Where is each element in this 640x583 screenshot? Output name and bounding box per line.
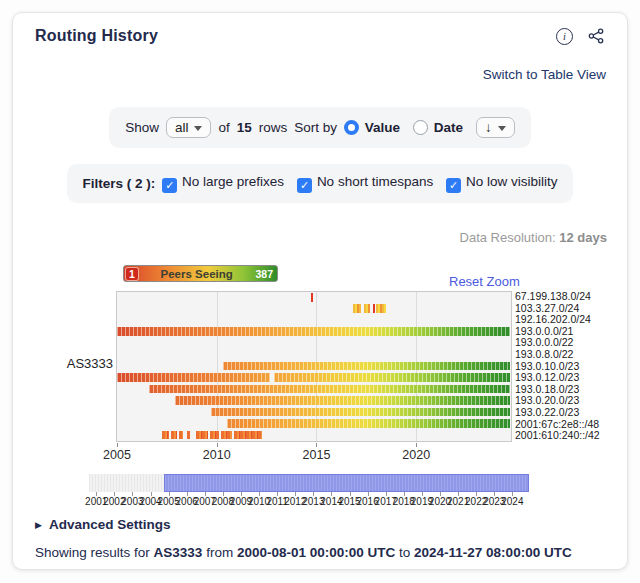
chart-row[interactable]	[117, 384, 511, 395]
filters-label: Filters ( 2 ):	[83, 176, 156, 191]
filter-no-short-timespans[interactable]: ✓ No short timespans	[297, 174, 433, 193]
checkbox-checked-icon: ✓	[446, 178, 461, 193]
advanced-settings-toggle[interactable]: ▶ Advanced Settings	[35, 517, 627, 532]
switch-to-table-view-link[interactable]: Switch to Table View	[483, 67, 606, 82]
x-axis: 2005201020152020	[116, 442, 512, 466]
filter-no-low-visibility[interactable]: ✓ No low visibility	[446, 174, 557, 193]
routing-segment[interactable]	[179, 431, 183, 440]
routing-segment[interactable]	[149, 385, 510, 394]
show-rows-select[interactable]: all	[166, 117, 212, 138]
prefix-label: 67.199.138.0/24	[515, 291, 600, 303]
chart-row[interactable]	[117, 407, 511, 418]
routing-segment[interactable]	[187, 431, 190, 440]
sort-value-radio[interactable]: Value	[344, 120, 400, 135]
chart-row[interactable]	[117, 349, 511, 360]
routing-segment[interactable]	[227, 419, 511, 428]
routing-segment[interactable]	[221, 431, 232, 440]
plot-area[interactable]	[116, 291, 512, 442]
chart-row[interactable]	[117, 292, 511, 303]
routing-segment[interactable]	[210, 431, 219, 440]
prefix-label: 193.0.8.0/22	[515, 349, 600, 361]
legend-max-value: 387	[255, 268, 273, 280]
routing-segment[interactable]	[373, 304, 375, 313]
routing-segment[interactable]	[117, 373, 270, 382]
prefix-labels-column: 67.199.138.0/24103.3.27.0/24192.16.202.0…	[515, 291, 600, 442]
routing-segment[interactable]	[117, 327, 510, 336]
chevron-down-icon	[194, 126, 202, 131]
radio-selected-icon	[344, 120, 359, 135]
prefix-label: 193.0.22.0/23	[515, 407, 600, 419]
chart-row[interactable]	[117, 361, 511, 372]
chart-row[interactable]	[117, 418, 511, 429]
filters-bar: Filters ( 2 ): ✓ No large prefixes ✓ No …	[67, 164, 574, 203]
chart-row[interactable]	[117, 338, 511, 349]
share-icon[interactable]	[587, 27, 605, 45]
start-time: 2000-08-01 00:00:00 UTC	[237, 545, 395, 560]
triangle-right-icon: ▶	[35, 520, 42, 530]
show-label: Show	[125, 120, 159, 135]
page-title: Routing History	[35, 27, 158, 45]
legend-min-value: 1	[126, 268, 138, 280]
chart-region: Data Resolution: 12 days 1 Peers Seeing …	[13, 203, 627, 509]
resource-value: AS3333	[154, 545, 203, 560]
chart-row[interactable]	[117, 430, 511, 441]
routing-segment[interactable]	[364, 304, 370, 313]
axis-tick-label: 2010	[195, 448, 239, 462]
chart-row[interactable]	[117, 303, 511, 314]
routing-segment[interactable]	[353, 304, 361, 313]
chart-row[interactable]	[117, 395, 511, 406]
asn-label: AS3333	[43, 356, 113, 371]
timeline-unselected-region[interactable]	[89, 474, 164, 492]
chart-row[interactable]	[117, 315, 511, 326]
widget-header: Routing History i	[13, 13, 627, 45]
results-summary: Showing results for AS3333 from 2000-08-…	[35, 545, 627, 560]
routing-segment[interactable]	[175, 396, 511, 405]
routing-segment[interactable]	[311, 293, 314, 302]
routing-segment[interactable]	[234, 431, 262, 440]
end-time: 2024-11-27 08:00:00 UTC	[414, 545, 572, 560]
filter-no-large-prefixes[interactable]: ✓ No large prefixes	[162, 174, 284, 193]
chart-row[interactable]	[117, 372, 511, 383]
timeline-slider: 2001200220032004200520062007200820092010…	[89, 474, 529, 506]
rows-label: rows	[259, 120, 288, 135]
routing-segment[interactable]	[171, 431, 177, 440]
of-label: of	[218, 120, 229, 135]
sort-date-radio[interactable]: Date	[413, 120, 463, 135]
axis-tick	[416, 443, 417, 447]
routing-segment[interactable]	[376, 304, 386, 313]
axis-tick	[316, 443, 317, 447]
routing-segment[interactable]	[223, 362, 511, 371]
info-icon[interactable]: i	[556, 28, 573, 45]
axis-tick-label: 2005	[95, 448, 139, 462]
timeline-selected-region[interactable]	[164, 474, 529, 492]
peers-seeing-legend: 1 Peers Seeing 387	[123, 265, 278, 282]
sort-by-label: Sort by	[294, 120, 337, 135]
legend-label: Peers Seeing	[138, 268, 256, 280]
chart-row[interactable]	[117, 326, 511, 337]
axis-tick	[117, 443, 118, 447]
radio-unselected-icon	[413, 120, 428, 135]
checkbox-checked-icon: ✓	[297, 178, 312, 193]
routing-segment[interactable]	[274, 373, 511, 382]
routing-segment[interactable]	[211, 408, 511, 417]
axis-tick	[217, 443, 218, 447]
row-count: 15	[237, 120, 252, 135]
chevron-down-icon	[498, 126, 506, 131]
routing-segment[interactable]	[162, 431, 169, 440]
reset-zoom-link[interactable]: Reset Zoom	[449, 274, 520, 289]
data-resolution: Data Resolution: 12 days	[460, 230, 607, 245]
rows-sort-controls: Show all of 15 rows Sort by Value Date ↓	[109, 107, 531, 148]
timeline-year-label: 2024	[495, 496, 529, 507]
axis-tick-label: 2020	[394, 448, 438, 462]
axis-tick-label: 2015	[294, 448, 338, 462]
timeline-track[interactable]	[89, 474, 529, 492]
routing-segment[interactable]	[196, 431, 208, 440]
checkbox-checked-icon: ✓	[162, 178, 177, 193]
routing-history-widget: Routing History i Switch to Table View S…	[12, 12, 628, 570]
prefix-label: 2001:610:240::/42	[515, 430, 600, 442]
sort-direction-select[interactable]: ↓	[476, 117, 515, 138]
